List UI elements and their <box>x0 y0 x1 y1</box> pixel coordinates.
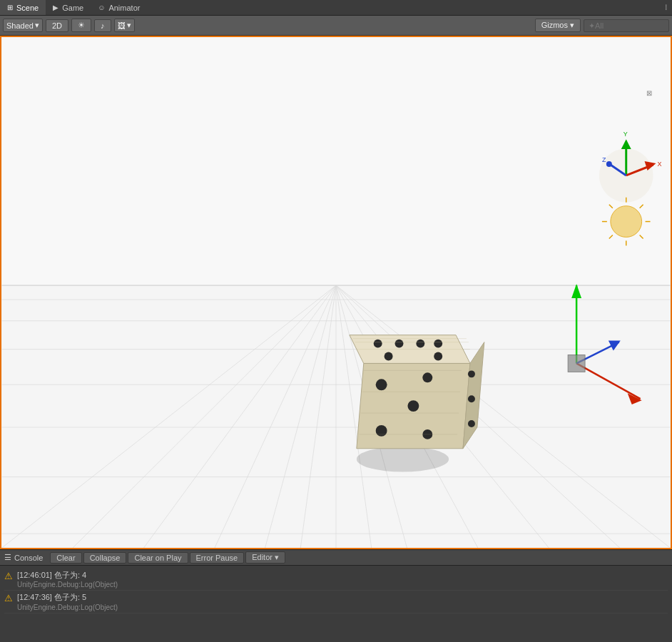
console-text-1: [12:46:01] 色子为: 4 UnityEngine.Debug:Log(… <box>17 570 118 588</box>
console-entry-2[interactable]: ⚠ [12:47:36] 色子为: 5 UnityEngine.Debug:Lo… <box>4 591 668 613</box>
svg-point-28 <box>395 340 404 348</box>
svg-point-27 <box>374 340 382 348</box>
fx-dropdown[interactable]: 🖼 ▾ <box>114 19 135 32</box>
svg-point-23 <box>357 447 449 472</box>
error-pause-button[interactable]: Error Pause <box>190 552 245 564</box>
console-header: ☰ Console Clear Collapse Clear on Play E… <box>0 550 672 566</box>
svg-rect-1 <box>2 37 671 285</box>
animator-icon: ☺ <box>98 4 105 11</box>
svg-point-31 <box>434 340 442 348</box>
svg-point-35 <box>376 425 387 437</box>
editor-dropdown-button[interactable]: Editor ▾ <box>245 551 285 564</box>
svg-point-29 <box>416 340 424 348</box>
clear-button[interactable]: Clear <box>50 552 81 564</box>
svg-point-36 <box>422 372 432 382</box>
gizmos-button[interactable]: Gizmos ▾ <box>535 19 581 32</box>
collapse-button[interactable]: Collapse <box>83 552 127 564</box>
tab-scene-label: Scene <box>16 4 39 12</box>
svg-point-33 <box>376 379 387 390</box>
svg-point-40 <box>468 420 475 427</box>
console-title-text: Console <box>14 554 43 562</box>
game-icon: ▶ <box>53 4 58 11</box>
svg-point-39 <box>468 395 475 402</box>
tab-bar: ⊞ Scene ▶ Game ☺ Animator ⁞ <box>0 0 672 16</box>
svg-text:X: X <box>657 160 661 168</box>
scene-viewport[interactable]: Y X Z ⊠ <box>0 36 672 549</box>
scene-icon: ⊞ <box>7 4 13 11</box>
tab-game[interactable]: ▶ Game <box>46 0 91 15</box>
scene-toolbar: Shaded ▾ 2D ☀ ♪ 🖼 ▾ Gizmos ▾ <box>0 16 672 36</box>
console-entry-1[interactable]: ⚠ [12:46:01] 色子为: 4 UnityEngine.Debug:Lo… <box>4 569 668 591</box>
svg-text:Y: Y <box>623 131 628 138</box>
svg-point-32 <box>434 352 442 361</box>
console-title-icon: ☰ <box>4 553 11 562</box>
console-title: ☰ Console <box>4 553 43 562</box>
tab-game-label: Game <box>62 4 83 12</box>
svg-point-34 <box>407 400 419 412</box>
warning-icon-1: ⚠ <box>4 571 13 581</box>
search-input[interactable] <box>584 19 669 32</box>
svg-point-65 <box>611 206 642 238</box>
warning-icon-2: ⚠ <box>4 593 13 603</box>
svg-point-63 <box>606 161 612 167</box>
svg-text:Z: Z <box>602 156 606 163</box>
svg-point-30 <box>385 352 393 361</box>
console-sub-2: UnityEngine.Debug:Log(Object) <box>17 603 118 611</box>
tab-animator[interactable]: ☺ Animator <box>91 0 147 15</box>
svg-point-38 <box>468 370 475 377</box>
console-content: ⚠ [12:46:01] 色子为: 4 UnityEngine.Debug:Lo… <box>0 566 672 642</box>
audio-button[interactable]: ♪ <box>94 19 111 32</box>
console-line-1: [12:46:01] 色子为: 4 <box>17 570 118 581</box>
svg-text:⊠: ⊠ <box>646 89 652 97</box>
clear-on-play-button[interactable]: Clear on Play <box>128 552 188 564</box>
console-sub-1: UnityEngine.Debug:Log(Object) <box>17 581 118 588</box>
tab-extra: ⁞ <box>665 0 672 15</box>
svg-rect-54 <box>568 355 585 372</box>
tab-scene[interactable]: ⊞ Scene <box>0 0 46 15</box>
console-line-2: [12:47:36] 色子为: 5 <box>17 592 118 603</box>
shaded-dropdown[interactable]: Shaded ▾ <box>3 19 43 32</box>
tab-animator-label: Animator <box>108 4 140 12</box>
console-panel: ☰ Console Clear Collapse Clear on Play E… <box>0 549 672 642</box>
2d-button[interactable]: 2D <box>46 19 68 32</box>
console-text-2: [12:47:36] 色子为: 5 UnityEngine.Debug:Log(… <box>17 592 118 611</box>
sun-button[interactable]: ☀ <box>71 19 91 32</box>
